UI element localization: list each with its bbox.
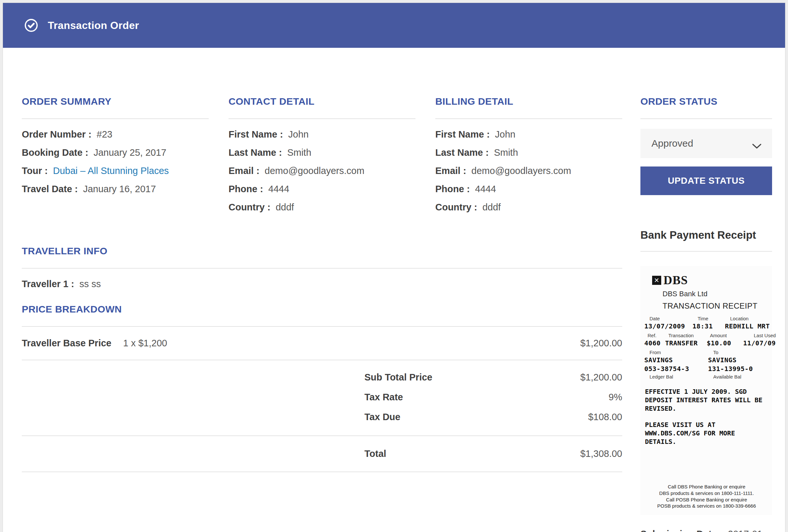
receipt-ref-value: 4060 [644,339,665,347]
transaction-order-card: Transaction Order ORDER SUMMARY Order Nu… [3,3,785,532]
totals-block: Sub Total Price $1,200.00 Tax Rate 9% Ta… [22,372,622,422]
order-status-heading: ORDER STATUS [641,96,772,107]
receipt-row-datetime: Date 13/07/2009 Time 18:31 Location REDH… [644,316,769,330]
divider [641,251,772,252]
receipt-transaction-value: TRANSFER [665,339,707,347]
receipt-from-number: 053-38754-3 [644,365,708,373]
divider [22,360,622,360]
receipt-from-label: From [644,350,708,355]
tour-link[interactable]: Dubai – All Stunning Places [53,165,169,176]
tax-due-row: Tax Due $108.00 [22,412,622,422]
booking-date-field: Booking Date :January 25, 2017 [22,147,209,158]
receipt-ref-label: Ref. [644,333,665,338]
payment-meta: Submission Date :2017-01-26 10:11:11 Pay… [641,528,772,532]
dbs-logo-text: DBS [664,273,688,287]
traveller-info-heading: TRAVELLER INFO [22,245,622,257]
order-summary-section: ORDER SUMMARY Order Number :#23 Booking … [22,96,209,220]
receipt-row-accounts: From SAVINGS 053-38754-3 Ledger Bal To S… [644,350,769,379]
order-summary-fields: Order Number :#23 Booking Date :January … [22,130,209,195]
receipt-to-account: SAVINGS [708,356,769,364]
traveller-1-field: Traveller 1 :ss ss [22,279,622,290]
billing-last-name-field: Last Name :Smith [435,147,622,158]
content: ORDER SUMMARY Order Number :#23 Booking … [3,48,785,532]
receipt-bank-name: DBS Bank Ltd [663,290,769,298]
receipt-to-label: To [708,350,769,355]
dbs-logo: ✕ DBS [652,273,769,287]
submission-date-field: Submission Date :2017-01-26 10:11:11 [641,528,772,532]
contact-detail-fields: First Name :John Last Name :Smith Email … [229,130,415,212]
sub-total-row: Sub Total Price $1,200.00 [22,372,622,383]
chevron-down-icon [752,140,762,152]
order-status-select[interactable]: Approved [641,129,772,158]
sidebar: ORDER STATUS Approved UPDATE STATUS Bank… [641,96,772,532]
receipt-transaction-label: Transaction [665,333,707,338]
receipt-last-used-label: Last Used [743,333,776,338]
divider [22,268,622,269]
receipt-notice-1: EFFECTIVE 1 JULY 2009. SGD DEPOSIT INTER… [645,387,765,413]
receipt-footer-line: Call DBS Phone Banking or enquire [644,484,769,490]
receipt-time-label: Time [692,316,725,321]
receipt-footer-line: DBS products & services on 1800-111-1111… [644,490,769,496]
receipt-footer-line: Call POSB Phone Banking or enquire [644,496,769,503]
check-circle-icon [24,18,39,33]
receipt-time-value: 18:31 [692,322,725,330]
receipt-last-used-value: 11/07/09 [743,339,776,347]
bank-payment-receipt-heading: Bank Payment Receipt [641,229,772,241]
billing-phone-field: Phone :4444 [435,184,622,195]
billing-detail-section: BILLING DETAIL First Name :John Last Nam… [435,96,622,220]
divider [641,118,772,119]
contact-last-name-field: Last Name :Smith [229,147,415,158]
billing-detail-fields: First Name :John Last Name :Smith Email … [435,130,622,212]
divider [435,118,622,119]
receipt-amount-value: $10.00 [707,339,743,347]
receipt-date-value: 13/07/2009 [644,322,692,330]
main-column: ORDER SUMMARY Order Number :#23 Booking … [22,96,622,532]
billing-detail-heading: BILLING DETAIL [435,96,622,107]
receipt-row-transaction: Ref. 4060 Transaction TRANSFER Amount $1… [644,333,769,347]
traveller-info-section: TRAVELLER INFO Traveller 1 :ss ss [22,245,622,290]
receipt-footer: Call DBS Phone Banking or enquire DBS pr… [644,484,769,509]
page-title: Transaction Order [48,20,139,32]
receipt-from-account: SAVINGS [644,356,708,364]
receipt-notice-2: PLEASE VISIT US AT WWW.DBS.COM/SG FOR MO… [645,420,765,446]
receipt-title: TRANSACTION RECEIPT [663,301,769,311]
divider [22,472,622,472]
base-price-row: Traveller Base Price 1 x $1,200 $1,200.0… [22,338,622,349]
tour-field: Tour :Dubai – All Stunning Places [22,166,209,176]
traveller-fields: Traveller 1 :ss ss [22,279,622,290]
billing-country-field: Country :dddf [435,202,622,213]
contact-detail-section: CONTACT DETAIL First Name :John Last Nam… [229,96,415,220]
contact-phone-field: Phone :4444 [229,184,415,195]
order-summary-heading: ORDER SUMMARY [22,96,209,107]
total-row: Total $1,308.00 [22,449,622,459]
billing-email-field: Email :demo@goodlayers.com [435,166,622,176]
contact-email-field: Email :demo@goodlayers.com [229,166,415,176]
receipt-amount-label: Amount [707,333,743,338]
contact-detail-heading: CONTACT DETAIL [229,96,415,107]
divider [22,435,622,436]
update-status-button[interactable]: UPDATE STATUS [641,166,772,195]
bank-receipt-image: ✕ DBS DBS Bank Ltd TRANSACTION RECEIPT D… [641,266,772,515]
divider [22,118,209,119]
order-status-selected-value: Approved [651,138,693,149]
receipt-location-value: REDHILL MRT [725,322,770,330]
tax-rate-row: Tax Rate 9% [22,392,622,402]
order-number-field: Order Number :#23 [22,130,209,140]
detail-columns: ORDER SUMMARY Order Number :#23 Booking … [22,96,622,220]
price-breakdown-section: PRICE BREAKDOWN Traveller Base Price 1 x… [22,304,622,472]
dbs-logo-mark-icon: ✕ [652,276,661,285]
receipt-ledger-label: Ledger Bal [644,374,708,379]
receipt-location-label: Location [725,316,770,321]
divider [22,326,622,327]
receipt-date-label: Date [644,316,692,321]
order-status-section: ORDER STATUS Approved UPDATE STATUS [641,96,772,195]
contact-country-field: Country :dddf [229,202,415,213]
receipt-to-number: 131-13995-0 [708,365,769,373]
bank-payment-receipt-section: Bank Payment Receipt ✕ DBS DBS Bank Ltd … [641,229,772,532]
receipt-footer-line: POSB products & services on 1800-339-666… [644,503,769,509]
billing-first-name-field: First Name :John [435,130,622,140]
divider [229,118,415,119]
header-bar: Transaction Order [3,3,785,48]
price-breakdown-heading: PRICE BREAKDOWN [22,304,622,315]
travel-date-field: Travel Date :January 16, 2017 [22,184,209,195]
